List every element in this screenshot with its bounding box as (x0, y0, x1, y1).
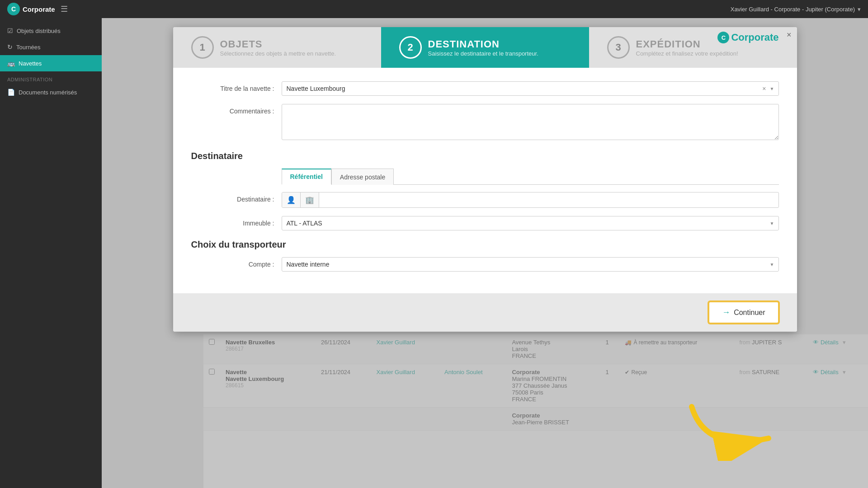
titre-select-wrap: × (282, 81, 779, 96)
titre-label: Titre de la navette : (191, 81, 282, 92)
user-label: Xavier Guillard - Corporate - Jupiter (C… (731, 6, 855, 13)
commentaires-control (282, 104, 779, 142)
step-2-circle: 2 (399, 36, 422, 59)
titre-input[interactable] (282, 81, 779, 96)
continue-arrow-icon: → (722, 308, 730, 317)
transporteur-heading: Choix du transporteur (191, 239, 779, 250)
step-1-title: OBJETS (220, 38, 336, 50)
app-name: Corporate (23, 5, 55, 13)
nav-left: C Corporate ☰ (7, 3, 68, 15)
titre-row: Titre de la navette : × (191, 81, 779, 96)
compte-control: Navette interne (282, 257, 779, 272)
sidebar-section-admin: ADMINISTRATION (0, 71, 102, 84)
person-icon-btn[interactable]: 👤 (282, 192, 301, 207)
navettes-icon: 🚌 (7, 60, 15, 67)
step-2-subtitle: Saisissez le destinataire et le transpor… (428, 50, 538, 57)
building-icon-btn[interactable]: 🏢 (301, 192, 319, 207)
tab-referentiel[interactable]: Référentiel (282, 169, 331, 185)
tab-adresse-postale[interactable]: Adresse postale (331, 169, 394, 185)
immeuble-row: Immeuble : ATL - ATLAS (191, 216, 779, 230)
step-1-text: OBJETS Sélectionnez des objets à mettre … (220, 38, 336, 57)
modal-footer: → Continuer (173, 293, 797, 332)
modal-logo-text: Corporate (731, 32, 778, 43)
titre-clear-btn[interactable]: × (762, 85, 766, 92)
modal-logo: C Corporate (717, 32, 778, 43)
sidebar-label-docs: Documents numérisés (19, 89, 77, 96)
tournees-icon: ↻ (7, 43, 13, 51)
commentaires-textarea[interactable] (282, 104, 779, 140)
objets-icon: ☑ (7, 27, 13, 34)
tabs-container: Référentiel Adresse postale (191, 169, 779, 185)
modal-close-button[interactable]: × (787, 31, 792, 39)
sidebar-item-objets-distribues[interactable]: ☑ Objets distribués (0, 23, 102, 39)
step-3-circle: 3 (607, 36, 630, 59)
step-2-title: DESTINATION (428, 38, 538, 50)
titre-control: × (282, 81, 779, 96)
compte-row: Compte : Navette interne (191, 257, 779, 272)
recipient-input-row: 👤 🏢 (282, 192, 779, 208)
logo-icon: C (7, 3, 20, 15)
immeuble-label: Immeuble : (191, 216, 282, 227)
sidebar-label-objets: Objets distribués (17, 28, 61, 34)
destinataire-row: Destinataire : 👤 🏢 (191, 192, 779, 208)
top-navbar: C Corporate ☰ Xavier Guillard - Corporat… (0, 0, 868, 18)
sidebar-label-navettes: Navettes (19, 60, 42, 67)
modal-body: Titre de la navette : × Commentaires : (173, 68, 797, 293)
sidebar-label-tournees: Tournées (16, 44, 40, 51)
compte-select[interactable]: Navette interne (282, 257, 779, 272)
commentaires-row: Commentaires : (191, 104, 779, 142)
modal-logo-circle: C (717, 32, 729, 43)
modal-steps-header: 1 OBJETS Sélectionnez des objets à mettr… (173, 27, 797, 68)
step-3-subtitle: Complétez et finalisez votre expédition! (636, 50, 738, 57)
compte-label: Compte : (191, 257, 282, 268)
destinataire-control: 👤 🏢 (282, 192, 779, 208)
continue-label: Continuer (734, 309, 765, 317)
nav-dropdown-arrow[interactable]: ▾ (858, 6, 861, 13)
destinataire-label: Destinataire : (191, 192, 282, 203)
sidebar: ☑ Objets distribués ↻ Tournées 🚌 Navette… (0, 18, 102, 488)
immeuble-select[interactable]: ATL - ATLAS (282, 216, 779, 230)
immeuble-control: ATL - ATLAS (282, 216, 779, 230)
continue-button[interactable]: → Continuer (708, 301, 778, 324)
app-logo: C Corporate (7, 3, 55, 15)
tab-row: Référentiel Adresse postale (282, 169, 779, 185)
commentaires-label: Commentaires : (191, 104, 282, 115)
sidebar-item-navettes[interactable]: 🚌 Navettes (0, 55, 102, 71)
recipient-text-input[interactable] (319, 193, 778, 207)
step-1-circle: 1 (191, 36, 214, 59)
step-1-subtitle: Sélectionnez des objets à mettre en nave… (220, 50, 336, 57)
sidebar-item-tournees[interactable]: ↻ Tournées (0, 39, 102, 55)
content-area: Navette Bruxelles 286617 26/11/2024 Xavi… (102, 18, 868, 488)
step-2-destination[interactable]: 2 DESTINATION Saisissez le destinataire … (381, 27, 589, 68)
nav-user-info: Xavier Guillard - Corporate - Jupiter (C… (731, 6, 861, 13)
destinataire-heading: Destinataire (191, 151, 779, 161)
docs-icon: 📄 (7, 89, 15, 96)
modal-destination: 1 OBJETS Sélectionnez des objets à mettr… (173, 27, 797, 332)
step-1-objets[interactable]: 1 OBJETS Sélectionnez des objets à mettr… (173, 27, 381, 68)
hamburger-menu[interactable]: ☰ (61, 4, 68, 14)
step-2-text: DESTINATION Saisissez le destinataire et… (428, 38, 538, 57)
sidebar-item-docs[interactable]: 📄 Documents numérisés (0, 84, 102, 100)
